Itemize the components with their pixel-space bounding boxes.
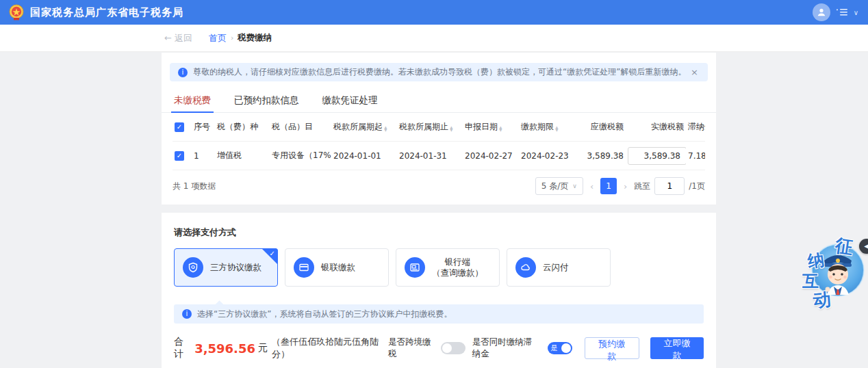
prev-page-button[interactable]: ‹ [589,181,595,192]
col-period-end: 税款所属期止▲▼ [397,121,463,133]
notice-text: 尊敬的纳税人，请仔细核对应缴款信息后进行税费缴纳。若未缴款成功导致税（费）款被锁… [193,66,689,78]
close-icon[interactable]: × [689,67,700,77]
cell-late-fee: 7.18 [686,151,705,161]
cell-tax-type: 增值税 [215,150,270,161]
method-label: 三方协议缴款 [210,262,261,273]
back-arrow-icon: ← [164,33,172,43]
col-tax-item: 税（品）目 [270,121,331,133]
payment-footer: 合计 3,596.56 元 （叁仟伍佰玖拾陆元伍角陆分） 是否跨境缴税 是否同时… [174,336,704,360]
total-pages-label: /1页 [689,181,705,192]
late-fee-toggle[interactable]: 是 [548,342,572,354]
late-fee-toggle-label: 是否同时缴纳滞纳金 [472,337,541,360]
method-label: 银行端 （查询缴款） [432,257,483,279]
back-label: 返回 [175,32,192,44]
paid-amount-input[interactable] [628,147,686,165]
method-unionpay[interactable]: 银联缴款 [285,248,389,287]
notice-banner: i 尊敬的纳税人，请仔细核对应缴款信息后进行税费缴纳。若未缴款成功导致税（费）款… [170,63,708,81]
table-header-row: ✓ 序号 税（费）种 税（品）目 税款所属期起▲▼ 税款所属期止▲▼ 申报日期▲… [173,113,705,142]
unpaid-tax-card: i 尊敬的纳税人，请仔细核对应缴款信息后进行税费缴纳。若未缴款成功导致税（费）款… [162,53,716,205]
jump-page-input[interactable] [654,177,685,195]
breadcrumb-home[interactable]: 首页 [209,32,227,44]
sort-icon[interactable]: ▲▼ [499,126,502,131]
tab-reserved-deductions[interactable]: 已预约扣款信息 [234,87,299,113]
tab-bar: 未缴税费 已预约扣款信息 缴款凭证处理 [162,87,716,113]
payment-methods: ✓ 三方协议缴款 银联缴款 银行端 （查询缴款） [162,248,716,287]
pay-now-button[interactable]: 立即缴款 [650,337,704,359]
cell-period-end: 2024-01-31 [397,151,463,161]
sort-icon[interactable]: ▲▼ [384,126,387,131]
select-all-checkbox[interactable]: ✓ [175,122,184,132]
shield-icon [183,257,203,278]
col-paid: 实缴税额 [626,121,686,133]
total-amount: 3,596.56 [194,341,255,356]
col-late-fee: 滞纳金、利... [686,121,705,133]
cloud-icon [515,257,536,278]
payment-section-label: 请选择支付方式 [162,213,716,248]
cross-border-toggle[interactable] [441,342,465,354]
cross-border-toggle-label: 是否跨境缴税 [388,337,434,360]
check-icon: ✓ [270,250,275,257]
next-page-button[interactable]: › [622,181,628,192]
total-label: 合计 [174,336,192,360]
bank-card-icon [294,257,314,278]
amount-in-words: （叁仟伍佰玖拾陆元伍角陆分） [272,336,388,360]
col-period-start: 税款所属期起▲▼ [331,121,397,133]
col-deadline: 缴款期限▲▼ [519,121,575,133]
breadcrumb: ← 返回 首页 › 税费缴纳 [0,25,868,52]
mascot-char-dong: 动 [813,287,832,313]
cell-period-start: 2024-01-01 [331,151,397,161]
method-cloud-quickpass[interactable]: 云闪付 [507,248,611,287]
cell-seq: 1 [192,151,215,161]
cell-deadline: 2024-02-23 [519,151,575,161]
method-tripartite-agreement[interactable]: ✓ 三方协议缴款 [174,248,278,287]
payment-tip-text: 选择“三方协议缴款”，系统将自动从签订的三方协议账户中扣缴税费。 [197,308,452,320]
payment-tip-banner: i 选择“三方协议缴款”，系统将自动从签订的三方协议账户中扣缴税费。 [174,304,704,324]
method-label: 云闪付 [543,262,569,273]
cell-payable: 3,589.38 [575,151,626,161]
tax-table: ✓ 序号 税（费）种 税（品）目 税款所属期起▲▼ 税款所属期止▲▼ 申报日期▲… [173,113,705,170]
pagination: 共 1 项数据 5 条/页 ∨ ‹ 1 › 跳至 /1页 [173,170,705,202]
current-page-button[interactable]: 1 [600,178,617,194]
col-tax-type: 税（费）种 [215,121,270,133]
page-body: i 尊敬的纳税人，请仔细核对应缴款信息后进行税费缴纳。若未缴款成功导致税（费）款… [0,53,868,368]
sort-icon[interactable]: ▲▼ [450,126,453,131]
user-avatar[interactable] [813,3,830,21]
person-icon [816,7,827,18]
quick-menu-icon[interactable] [836,8,848,17]
tab-unpaid-taxes[interactable]: 未缴税费 [174,87,211,113]
sort-icon[interactable]: ▲▼ [555,126,559,131]
app-header: 国家税务总局广东省电子税务局 ∨ [0,0,868,25]
table-row: ✓ 1 增值税 专用设备（17%... 2024-01-01 2024-01-3… [173,142,705,170]
tax-emblem-icon [8,4,25,21]
payment-card: 请选择支付方式 ✓ 三方协议缴款 银联缴款 [162,213,716,368]
back-button[interactable]: ← 返回 [164,32,192,44]
mascot-char-zheng: 征 [834,233,855,259]
breadcrumb-separator: › [231,34,233,42]
col-seq: 序号 [192,121,215,133]
col-payable: 应缴税额 [575,121,626,133]
breadcrumb-current: 税费缴纳 [238,32,272,44]
row-checkbox[interactable]: ✓ [175,151,184,161]
cell-tax-item: 专用设备（17%... [270,150,331,161]
total-count-text: 共 1 项数据 [173,181,535,192]
reserve-payment-button[interactable]: 预约缴款 [585,337,639,359]
tab-payment-voucher[interactable]: 缴款凭证处理 [322,87,378,113]
mascot-char-na: 纳 [806,248,826,272]
app-title: 国家税务总局广东省电子税务局 [30,6,183,19]
method-bank-terminal[interactable]: 银行端 （查询缴款） [396,248,500,287]
col-declare-date: 申报日期▲▼ [463,121,519,133]
interaction-mascot[interactable]: 征 纳 互 动 [800,235,865,303]
page-size-select[interactable]: 5 条/页 ∨ [535,177,583,195]
info-icon: i [182,309,192,319]
jump-label: 跳至 [634,181,650,192]
chevron-down-icon: ∨ [572,183,577,189]
cell-declare-date: 2024-02-27 [463,151,519,161]
chevron-down-icon[interactable]: ∨ [854,9,858,16]
total-unit: 元 [258,342,268,354]
method-label: 银联缴款 [321,262,355,273]
info-icon: i [178,68,188,77]
bank-terminal-icon [405,257,425,278]
